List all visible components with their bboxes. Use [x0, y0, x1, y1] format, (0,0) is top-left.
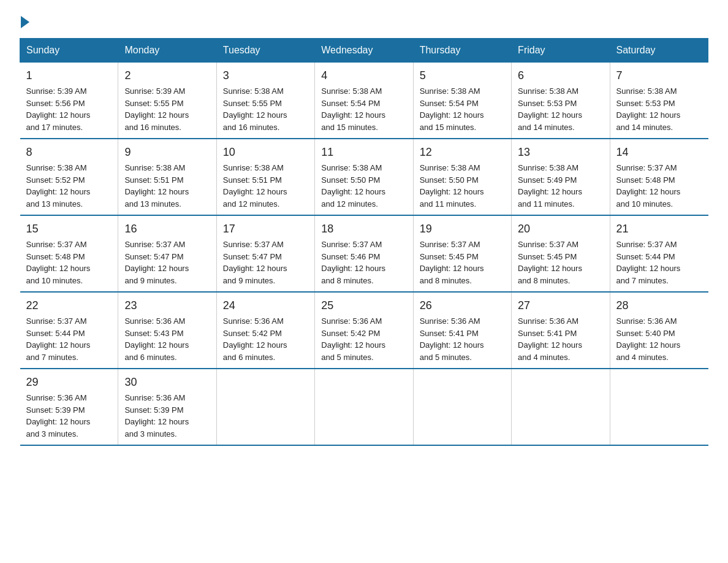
calendar-cell: 30Sunrise: 5:36 AMSunset: 5:39 PMDayligh…	[118, 369, 216, 445]
calendar-cell	[315, 369, 413, 445]
day-info: Sunrise: 5:37 AMSunset: 5:46 PMDaylight:…	[321, 239, 406, 286]
calendar-cell: 9Sunrise: 5:38 AMSunset: 5:51 PMDaylight…	[118, 139, 216, 215]
calendar-cell: 8Sunrise: 5:38 AMSunset: 5:52 PMDaylight…	[20, 139, 118, 215]
calendar-cell: 6Sunrise: 5:38 AMSunset: 5:53 PMDaylight…	[512, 63, 610, 139]
day-number: 22	[26, 297, 112, 314]
day-info: Sunrise: 5:36 AMSunset: 5:41 PMDaylight:…	[518, 315, 603, 363]
day-info: Sunrise: 5:38 AMSunset: 5:54 PMDaylight:…	[321, 85, 406, 133]
calendar-cell: 10Sunrise: 5:38 AMSunset: 5:51 PMDayligh…	[216, 139, 314, 215]
header-day-friday: Friday	[512, 39, 610, 63]
calendar-cell: 16Sunrise: 5:37 AMSunset: 5:47 PMDayligh…	[118, 215, 216, 292]
day-info: Sunrise: 5:38 AMSunset: 5:51 PMDaylight:…	[223, 162, 308, 210]
day-info: Sunrise: 5:37 AMSunset: 5:47 PMDaylight:…	[124, 239, 210, 286]
day-info: Sunrise: 5:36 AMSunset: 5:39 PMDaylight:…	[124, 392, 210, 440]
day-info: Sunrise: 5:39 AMSunset: 5:56 PMDaylight:…	[26, 85, 112, 133]
day-info: Sunrise: 5:38 AMSunset: 5:50 PMDaylight:…	[321, 162, 406, 210]
day-number: 8	[26, 144, 112, 161]
day-info: Sunrise: 5:36 AMSunset: 5:41 PMDaylight:…	[420, 315, 505, 363]
calendar-cell: 17Sunrise: 5:37 AMSunset: 5:47 PMDayligh…	[216, 215, 314, 292]
day-number: 24	[223, 297, 308, 314]
calendar-cell: 22Sunrise: 5:37 AMSunset: 5:44 PMDayligh…	[20, 292, 118, 369]
calendar-cell: 2Sunrise: 5:39 AMSunset: 5:55 PMDaylight…	[118, 63, 216, 139]
day-number: 10	[223, 144, 308, 161]
day-number: 9	[124, 144, 210, 161]
day-info: Sunrise: 5:38 AMSunset: 5:52 PMDaylight:…	[26, 162, 112, 210]
day-info: Sunrise: 5:36 AMSunset: 5:43 PMDaylight:…	[124, 315, 210, 363]
logo-arrow-icon	[21, 16, 29, 28]
calendar-cell	[216, 369, 314, 445]
calendar-cell: 24Sunrise: 5:36 AMSunset: 5:42 PMDayligh…	[216, 292, 314, 369]
day-number: 18	[321, 221, 406, 237]
calendar-cell: 29Sunrise: 5:36 AMSunset: 5:39 PMDayligh…	[20, 369, 118, 445]
day-info: Sunrise: 5:37 AMSunset: 5:44 PMDaylight:…	[616, 239, 702, 286]
calendar-cell: 19Sunrise: 5:37 AMSunset: 5:45 PMDayligh…	[413, 215, 511, 292]
header-day-tuesday: Tuesday	[216, 39, 314, 63]
day-number: 21	[616, 221, 702, 237]
calendar-cell: 4Sunrise: 5:38 AMSunset: 5:54 PMDaylight…	[315, 63, 413, 139]
day-number: 27	[518, 297, 603, 314]
day-number: 19	[420, 221, 505, 237]
day-number: 30	[124, 374, 210, 391]
calendar-cell: 27Sunrise: 5:36 AMSunset: 5:41 PMDayligh…	[512, 292, 610, 369]
calendar-table: SundayMondayTuesdayWednesdayThursdayFrid…	[20, 38, 708, 446]
calendar-week-row: 1Sunrise: 5:39 AMSunset: 5:56 PMDaylight…	[20, 63, 708, 139]
calendar-cell	[413, 369, 511, 445]
header-day-monday: Monday	[118, 39, 216, 63]
logo	[20, 15, 31, 27]
header-day-saturday: Saturday	[610, 39, 708, 63]
day-number: 3	[223, 67, 308, 84]
day-number: 26	[420, 297, 505, 314]
day-number: 5	[420, 67, 505, 84]
day-info: Sunrise: 5:36 AMSunset: 5:42 PMDaylight:…	[223, 315, 308, 363]
day-info: Sunrise: 5:37 AMSunset: 5:44 PMDaylight:…	[26, 315, 112, 363]
calendar-cell: 7Sunrise: 5:38 AMSunset: 5:53 PMDaylight…	[610, 63, 708, 139]
day-number: 7	[616, 67, 702, 84]
header-day-thursday: Thursday	[413, 39, 511, 63]
day-info: Sunrise: 5:37 AMSunset: 5:48 PMDaylight:…	[616, 162, 702, 210]
day-number: 20	[518, 221, 603, 237]
day-number: 15	[26, 221, 112, 237]
calendar-week-row: 8Sunrise: 5:38 AMSunset: 5:52 PMDaylight…	[20, 139, 708, 215]
calendar-cell: 5Sunrise: 5:38 AMSunset: 5:54 PMDaylight…	[413, 63, 511, 139]
day-info: Sunrise: 5:38 AMSunset: 5:55 PMDaylight:…	[223, 85, 308, 133]
header-day-wednesday: Wednesday	[315, 39, 413, 63]
calendar-cell: 23Sunrise: 5:36 AMSunset: 5:43 PMDayligh…	[118, 292, 216, 369]
calendar-cell: 20Sunrise: 5:37 AMSunset: 5:45 PMDayligh…	[512, 215, 610, 292]
day-number: 23	[124, 297, 210, 314]
day-info: Sunrise: 5:36 AMSunset: 5:39 PMDaylight:…	[26, 392, 112, 440]
day-number: 29	[26, 374, 112, 391]
day-info: Sunrise: 5:38 AMSunset: 5:49 PMDaylight:…	[518, 162, 603, 210]
day-number: 28	[616, 297, 702, 314]
day-number: 25	[321, 297, 406, 314]
day-info: Sunrise: 5:38 AMSunset: 5:53 PMDaylight:…	[616, 85, 702, 133]
day-number: 16	[124, 221, 210, 237]
calendar-cell	[610, 369, 708, 445]
day-number: 4	[321, 67, 406, 84]
day-info: Sunrise: 5:39 AMSunset: 5:55 PMDaylight:…	[124, 85, 210, 133]
day-info: Sunrise: 5:38 AMSunset: 5:53 PMDaylight:…	[518, 85, 603, 133]
calendar-body: 1Sunrise: 5:39 AMSunset: 5:56 PMDaylight…	[20, 63, 708, 446]
day-info: Sunrise: 5:38 AMSunset: 5:50 PMDaylight:…	[420, 162, 505, 210]
calendar-cell: 21Sunrise: 5:37 AMSunset: 5:44 PMDayligh…	[610, 215, 708, 292]
calendar-cell: 12Sunrise: 5:38 AMSunset: 5:50 PMDayligh…	[413, 139, 511, 215]
calendar-cell: 11Sunrise: 5:38 AMSunset: 5:50 PMDayligh…	[315, 139, 413, 215]
header-day-sunday: Sunday	[20, 39, 118, 63]
day-number: 6	[518, 67, 603, 84]
calendar-cell: 18Sunrise: 5:37 AMSunset: 5:46 PMDayligh…	[315, 215, 413, 292]
day-info: Sunrise: 5:36 AMSunset: 5:42 PMDaylight:…	[321, 315, 406, 363]
header-row: SundayMondayTuesdayWednesdayThursdayFrid…	[20, 39, 708, 63]
day-number: 13	[518, 144, 603, 161]
calendar-cell: 14Sunrise: 5:37 AMSunset: 5:48 PMDayligh…	[610, 139, 708, 215]
day-info: Sunrise: 5:36 AMSunset: 5:40 PMDaylight:…	[616, 315, 702, 363]
calendar-header: SundayMondayTuesdayWednesdayThursdayFrid…	[20, 39, 708, 63]
day-number: 11	[321, 144, 406, 161]
calendar-cell: 13Sunrise: 5:38 AMSunset: 5:49 PMDayligh…	[512, 139, 610, 215]
day-info: Sunrise: 5:37 AMSunset: 5:48 PMDaylight:…	[26, 239, 112, 286]
calendar-cell: 28Sunrise: 5:36 AMSunset: 5:40 PMDayligh…	[610, 292, 708, 369]
calendar-cell: 15Sunrise: 5:37 AMSunset: 5:48 PMDayligh…	[20, 215, 118, 292]
calendar-week-row: 22Sunrise: 5:37 AMSunset: 5:44 PMDayligh…	[20, 292, 708, 369]
day-info: Sunrise: 5:38 AMSunset: 5:51 PMDaylight:…	[124, 162, 210, 210]
day-number: 17	[223, 221, 308, 237]
calendar-cell	[512, 369, 610, 445]
day-info: Sunrise: 5:37 AMSunset: 5:47 PMDaylight:…	[223, 239, 308, 286]
